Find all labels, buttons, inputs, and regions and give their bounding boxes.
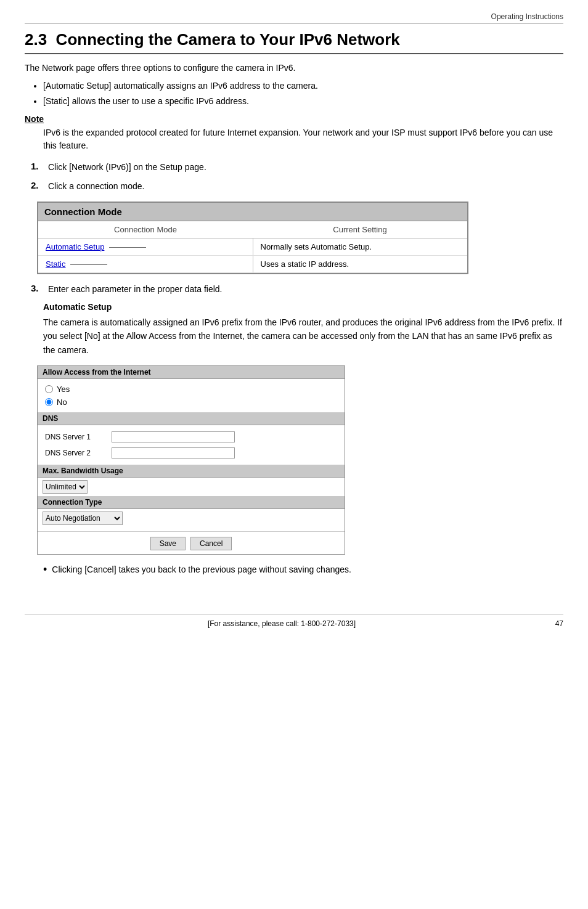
conntype-header: Connection Type <box>38 496 345 509</box>
bullet-item-1: [Automatic Setup] automatically assigns … <box>43 79 563 92</box>
step-3: 3. Enter each parameter in the proper da… <box>31 283 563 296</box>
intro-bullets: [Automatic Setup] automatically assigns … <box>43 79 563 108</box>
divider-static <box>70 264 107 265</box>
form-buttons-row: Save Cancel <box>38 531 345 554</box>
step-3-num: 3. <box>31 283 43 293</box>
dns-server2-input[interactable] <box>112 447 235 459</box>
dns-server2-row: DNS Server 2 <box>45 445 337 461</box>
dns-header: DNS <box>38 412 345 425</box>
dns-server2-label: DNS Server 2 <box>45 449 107 457</box>
bandwidth-header: Max. Bandwidth Usage <box>38 465 345 478</box>
dns-body: DNS Server 1 DNS Server 2 <box>38 425 345 465</box>
conntype-select[interactable]: Auto Negotiation <box>43 512 123 525</box>
footer: [For assistance, please call: 1-800-272-… <box>25 614 563 628</box>
section-title: 2.3 Connecting the Camera to Your IPv6 N… <box>25 30 563 54</box>
automatic-setup-link[interactable]: Automatic Setup <box>46 242 104 251</box>
section-heading: Connecting the Camera to Your IPv6 Netwo… <box>56 30 400 49</box>
save-button[interactable]: Save <box>150 537 186 550</box>
bandwidth-select[interactable]: Unlimited <box>43 480 88 494</box>
radio-no[interactable] <box>45 398 53 406</box>
radio-no-row: No <box>45 396 337 409</box>
section-number: 2.3 <box>25 30 47 49</box>
static-link[interactable]: Static <box>46 259 66 269</box>
auto-setup-title: Automatic Setup <box>43 302 563 312</box>
footer-page-num: 47 <box>539 619 563 628</box>
mode-static-link-cell: Static <box>38 256 253 273</box>
step-1: 1. Click [Network (IPv6)] on the Setup p… <box>31 161 563 174</box>
step-1-num: 1. <box>31 161 43 171</box>
step-2-text: Click a connection mode. <box>48 180 144 193</box>
note-section: Note IPv6 is the expanded protocol creat… <box>25 114 563 152</box>
cancel-note-item: • Clicking [Cancel] takes you back to th… <box>43 563 563 577</box>
table-row-auto: Automatic Setup Normally sets Automatic … <box>38 238 467 256</box>
setup-form-box: Allow Access from the Internet Yes No DN… <box>37 365 345 555</box>
radio-no-label: No <box>57 397 67 407</box>
cancel-note-text: Clicking [Cancel] takes you back to the … <box>52 563 351 577</box>
note-title: Note <box>25 114 563 124</box>
bandwidth-body: Unlimited <box>38 478 345 496</box>
footer-assistance: [For assistance, please call: 1-800-272-… <box>25 619 539 628</box>
radio-yes[interactable] <box>45 385 53 393</box>
internet-access-body: Yes No <box>38 379 345 412</box>
dns-server1-input[interactable] <box>112 431 235 442</box>
setting-static: Uses a static IP address. <box>253 256 467 273</box>
bullet-dot: • <box>43 563 47 577</box>
internet-access-header: Allow Access from the Internet <box>38 366 345 379</box>
connection-mode-header: Connection Mode <box>38 203 467 221</box>
mode-auto-link-cell: Automatic Setup <box>38 238 253 256</box>
page-header-label: Operating Instructions <box>25 12 563 24</box>
cancel-button[interactable]: Cancel <box>190 537 232 550</box>
dns-server1-label: DNS Server 1 <box>45 433 107 441</box>
divider-auto <box>109 247 146 248</box>
bullet-item-2: [Static] allows the user to use a specif… <box>43 95 563 108</box>
step-2: 2. Click a connection mode. <box>31 180 563 193</box>
step-2-num: 2. <box>31 180 43 190</box>
step-3-text: Enter each parameter in the proper data … <box>48 283 223 296</box>
auto-setup-body: The camera is automatically assigned an … <box>43 316 563 357</box>
table-row-static: Static Uses a static IP address. <box>38 256 467 273</box>
radio-yes-label: Yes <box>57 385 70 394</box>
setting-auto: Normally sets Automatic Setup. <box>253 238 467 256</box>
radio-yes-row: Yes <box>45 383 337 396</box>
note-body: IPv6 is the expanded protocol created fo… <box>43 126 563 152</box>
intro-text: The Network page offers three options to… <box>25 62 563 75</box>
steps-list: 1. Click [Network (IPv6)] on the Setup p… <box>31 161 563 193</box>
dns-server1-row: DNS Server 1 <box>45 429 337 445</box>
col-header-mode: Connection Mode <box>38 221 253 238</box>
step-3-wrapper: 3. Enter each parameter in the proper da… <box>31 283 563 296</box>
connection-mode-box: Connection Mode Connection Mode Current … <box>37 202 468 274</box>
connection-table: Connection Mode Current Setting Automati… <box>38 221 467 273</box>
conntype-body: Auto Negotiation <box>38 509 345 528</box>
col-header-setting: Current Setting <box>253 221 467 238</box>
step-1-text: Click [Network (IPv6)] on the Setup page… <box>48 161 206 174</box>
